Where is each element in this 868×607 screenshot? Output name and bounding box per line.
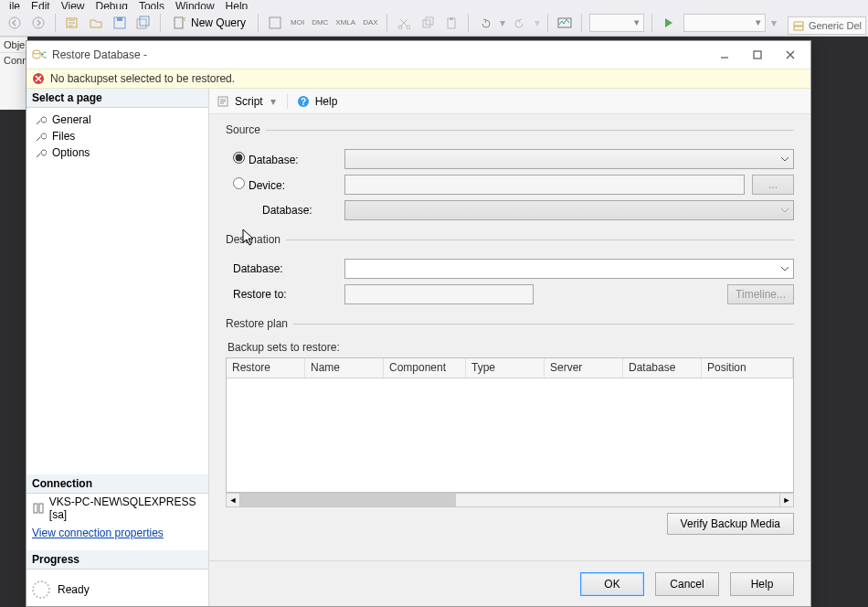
svg-rect-21 (34, 504, 37, 513)
source-device-db-label: Database: (262, 204, 312, 217)
page-general-label: General (52, 113, 91, 126)
dialog-right-panel: Script ▾ ? Help Source Database: (209, 89, 810, 606)
timeline-button[interactable]: Timeline... (727, 284, 794, 304)
svg-text:?: ? (301, 97, 306, 107)
svg-point-10 (407, 26, 410, 29)
main-toolbar: New Query MOI DMC XMLA DAX ▾ ▾ ▾ ▾ ▾ (0, 9, 868, 37)
copy-icon[interactable] (418, 14, 437, 32)
source-device-db-combo (344, 200, 794, 220)
page-files[interactable]: Files (26, 128, 208, 144)
activity-monitor-icon[interactable] (556, 14, 574, 32)
col-component[interactable]: Component (384, 358, 466, 378)
toolbar-combo-1[interactable]: ▾ (589, 14, 644, 32)
nav-fwd-icon[interactable] (29, 14, 48, 32)
dialog-titlebar[interactable]: Restore Database - (26, 41, 810, 69)
cut-icon[interactable] (395, 14, 413, 32)
svg-rect-11 (423, 20, 430, 27)
progress-header: Progress (26, 550, 208, 570)
generic-debug-button[interactable]: Generic Del (788, 16, 866, 35)
grid-hscrollbar[interactable]: ◄ ► (226, 493, 794, 507)
save-icon[interactable] (111, 14, 129, 32)
server-conn-icon (32, 502, 44, 515)
dock-connections[interactable]: Conn (0, 52, 27, 68)
script-moi-icon[interactable]: MOI (290, 14, 305, 32)
close-button[interactable] (774, 44, 807, 66)
source-database-radio[interactable] (233, 152, 245, 164)
scroll-left-icon[interactable]: ◄ (226, 493, 240, 507)
dest-restore-to-input (344, 284, 534, 304)
exec-icon[interactable] (660, 14, 678, 32)
scroll-thumb[interactable] (240, 494, 456, 506)
cancel-button[interactable]: Cancel (655, 572, 719, 596)
scroll-right-icon[interactable]: ► (779, 493, 794, 507)
col-name[interactable]: Name (305, 358, 384, 378)
page-options-label: Options (52, 146, 90, 159)
nav-back-icon[interactable] (5, 14, 24, 32)
svg-point-18 (33, 50, 40, 54)
col-server[interactable]: Server (545, 358, 623, 378)
script-dmc-icon[interactable]: DMC (311, 14, 329, 32)
source-group: Source Database: (226, 123, 794, 224)
col-type[interactable]: Type (466, 358, 545, 378)
dock-object-explorer[interactable]: Obje (0, 37, 27, 52)
saveall-icon[interactable] (134, 14, 153, 32)
paste-icon[interactable] (442, 14, 460, 32)
script-dax-icon[interactable]: DAX (362, 14, 378, 32)
source-device-radio[interactable] (233, 177, 245, 189)
source-database-combo[interactable] (344, 149, 794, 169)
help-button[interactable]: Help (315, 95, 338, 108)
new-query-label: New Query (191, 16, 246, 29)
backupsets-label: Backup sets to restore: (226, 339, 794, 357)
help-icon: ? (297, 95, 310, 108)
script-xmla-icon[interactable]: XMLA (334, 14, 356, 32)
script-button[interactable]: Script (235, 95, 263, 108)
svg-rect-7 (175, 17, 183, 28)
backupsets-grid[interactable]: Restore Name Component Type Server Datab… (226, 357, 794, 493)
grid-header: Restore Name Component Type Server Datab… (227, 358, 793, 378)
source-device-input (344, 175, 745, 195)
verify-backup-media-button[interactable]: Verify Backup Media (667, 513, 794, 535)
page-general[interactable]: General (26, 112, 208, 128)
page-options[interactable]: Options (26, 144, 208, 161)
svg-rect-14 (450, 17, 453, 20)
col-restore[interactable]: Restore (227, 358, 305, 378)
dest-database-label: Database: (233, 262, 283, 275)
source-device-browse-button[interactable]: ... (752, 175, 794, 195)
wrench-icon (36, 114, 47, 125)
new-project-icon[interactable] (63, 14, 81, 32)
script-icon-1[interactable] (266, 14, 284, 32)
col-position[interactable]: Position (702, 358, 793, 378)
error-text: No backupset selected to be restored. (50, 72, 235, 85)
source-device-radio-label[interactable]: Device: (233, 177, 285, 192)
new-query-button[interactable]: New Query (168, 13, 250, 33)
toolbar-combo-2[interactable]: ▾ (683, 14, 766, 32)
scroll-track[interactable] (240, 493, 779, 507)
help-footer-button[interactable]: Help (730, 572, 794, 596)
redo-icon[interactable] (511, 14, 529, 32)
svg-rect-19 (754, 51, 761, 59)
dest-database-combo[interactable] (344, 259, 794, 279)
maximize-button[interactable] (741, 44, 774, 66)
restore-plan-group: Restore plan Backup sets to restore: Res… (226, 317, 794, 535)
progress-spinner-icon (32, 580, 50, 599)
view-connection-properties-link[interactable]: View connection properties (32, 527, 164, 539)
source-database-radio-label[interactable]: Database: (233, 152, 299, 166)
svg-rect-22 (39, 504, 43, 513)
script-icon (217, 95, 229, 108)
ok-button[interactable]: OK (580, 572, 644, 596)
chevron-down-icon (780, 266, 789, 272)
restore-database-dialog: Restore Database - No backupset selected… (26, 40, 811, 607)
svg-rect-17 (794, 27, 803, 30)
open-icon[interactable] (87, 14, 105, 32)
svg-point-1 (33, 17, 44, 28)
script-dropdown-icon[interactable]: ▾ (269, 95, 278, 108)
svg-rect-16 (794, 22, 803, 26)
undo-icon[interactable] (476, 14, 494, 32)
new-query-icon (173, 16, 187, 30)
svg-rect-8 (270, 17, 281, 28)
minimize-button[interactable] (708, 44, 741, 66)
svg-rect-5 (137, 19, 146, 28)
col-database[interactable]: Database (623, 358, 702, 378)
server-icon (792, 19, 805, 32)
wrench-icon (36, 147, 47, 158)
